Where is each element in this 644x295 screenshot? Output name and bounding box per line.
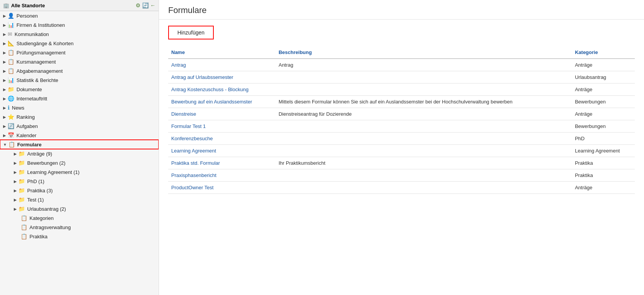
sidebar-item-internetauftritt[interactable]: ▶🌐Internetauftritt [0, 94, 159, 103]
expand-triangle[interactable]: ▶ [3, 133, 6, 138]
cell-name[interactable]: Learning Agreement [168, 145, 275, 157]
label-kategorien: Kategorien [29, 215, 54, 221]
collapse-triangle[interactable]: ▼ [3, 143, 7, 147]
expand-triangle[interactable]: ▶ [3, 41, 6, 46]
expand-triangle[interactable]: ▶ [14, 188, 17, 193]
label-test: Test (1) [27, 197, 44, 203]
cell-name[interactable]: Dienstreise [168, 108, 275, 120]
sidebar-item-studiengaenge[interactable]: ▶📐Studiengänge & Kohorten [0, 39, 159, 48]
sidebar-item-formulare[interactable]: ▼📋Formulare [0, 140, 159, 149]
expand-triangle[interactable]: ▶ [14, 152, 17, 156]
cell-kategorie: Urlaubsantrag [572, 71, 635, 84]
label-ranking: Ranking [16, 114, 35, 120]
table-row[interactable]: AntragAntragAnträge [168, 59, 635, 71]
sidebar-item-statistik[interactable]: ▶📊Statistik & Berichte [0, 75, 159, 85]
expand-triangle[interactable]: ▶ [3, 106, 6, 110]
sidebar-item-ranking[interactable]: ▶⭐Ranking [0, 112, 159, 121]
cell-beschreibung [275, 71, 572, 84]
grid-icon[interactable]: ⚙ [136, 2, 141, 8]
table-row[interactable]: Antrag Kostenzuschuss - BlockungAnträge [168, 84, 635, 96]
table-row[interactable]: Antrag auf UrlaubssemesterUrlaubsantrag [168, 71, 635, 84]
expand-triangle[interactable]: ▶ [3, 97, 6, 101]
sidebar-item-kalender[interactable]: ▶📅Kalender [0, 131, 159, 140]
expand-triangle[interactable]: ▶ [14, 170, 17, 174]
table-row[interactable]: Bewerbung auf ein AuslandssemsterMittels… [168, 96, 635, 108]
expand-triangle[interactable]: ▶ [3, 69, 6, 73]
sidebar-item-firmen[interactable]: ▶📊Firmen & Institutionen [0, 20, 159, 30]
table-row[interactable]: Learning AgreementLearning Agreement [168, 145, 635, 157]
refresh-icon[interactable]: 🔄 [142, 2, 149, 8]
sidebar-item-kommunikation[interactable]: ▶✉Kommunikation [0, 30, 159, 39]
table-row[interactable]: Formular Test 1Bewerbungen [168, 120, 635, 133]
table-row[interactable]: PraxisphasenberichtPraktika [168, 169, 635, 182]
expand-triangle[interactable]: ▶ [14, 207, 17, 211]
sidebar-item-aufgaben[interactable]: ▶🔄Aufgaben [0, 121, 159, 131]
expand-triangle[interactable]: ▶ [3, 32, 6, 36]
table-header-row: NameBeschreibungKategorie [168, 47, 635, 59]
sidebar-item-praktika[interactable]: ▶📁Praktika (3) [0, 186, 159, 195]
expand-triangle[interactable]: ▶ [3, 124, 6, 128]
sidebar-item-kategorien[interactable]: 📋Kategorien [0, 213, 159, 223]
icon-studiengaenge: 📐 [8, 40, 14, 46]
icon-ranking: ⭐ [8, 114, 14, 120]
sidebar-item-test[interactable]: ▶📁Test (1) [0, 195, 159, 204]
label-firmen: Firmen & Institutionen [16, 22, 65, 28]
label-urlaubsantrag: Urlaubsantrag (2) [27, 206, 66, 212]
icon-kategorien: 📋 [21, 215, 27, 221]
cell-name[interactable]: Antrag Kostenzuschuss - Blockung [168, 84, 275, 96]
add-button[interactable]: Hinzufügen [168, 26, 214, 39]
expand-triangle[interactable]: ▶ [3, 78, 6, 82]
cell-beschreibung [275, 145, 572, 157]
cell-name[interactable]: Praxisphasenbericht [168, 169, 275, 182]
sidebar-item-antraege[interactable]: ▶📁Anträge (9) [0, 149, 159, 158]
cell-kategorie: Bewerbungen [572, 96, 635, 108]
expand-triangle[interactable]: ▶ [14, 161, 17, 165]
cell-name[interactable]: Praktika std. Formular [168, 157, 275, 169]
expand-triangle[interactable]: ▶ [3, 14, 6, 18]
sidebar-item-dokumente[interactable]: ▶📁Dokumente [0, 85, 159, 94]
label-studiengaenge: Studiengänge & Kohorten [16, 41, 74, 46]
cell-name[interactable]: Formular Test 1 [168, 120, 275, 133]
sidebar-item-bewerbungen[interactable]: ▶📁Bewerbungen (2) [0, 158, 159, 167]
table-row[interactable]: KonferenzbesuchePhD [168, 133, 635, 145]
icon-news: ℹ [8, 105, 10, 111]
sidebar-header-actions: ⚙ 🔄 ← [136, 2, 156, 8]
sidebar-item-urlaubsantrag[interactable]: ▶📁Urlaubsantrag (2) [0, 204, 159, 213]
sidebar-item-antragsverwaltung[interactable]: 📋Antragsverwaltung [0, 223, 159, 232]
table-row[interactable]: DienstreiseDienstreiseantrag für Doziere… [168, 108, 635, 120]
icon-kommunikation: ✉ [8, 31, 12, 37]
back-icon[interactable]: ← [150, 2, 156, 8]
cell-kategorie: Learning Agreement [572, 145, 635, 157]
label-kalender: Kalender [16, 133, 36, 138]
expand-triangle[interactable]: ▶ [3, 51, 6, 55]
cell-beschreibung: Antrag [275, 59, 572, 71]
sidebar-item-phd[interactable]: ▶📁PhD (1) [0, 177, 159, 186]
expand-triangle[interactable]: ▶ [3, 87, 6, 92]
table-row[interactable]: Praktika std. FormularIhr Praktikumsberi… [168, 157, 635, 169]
cell-name[interactable]: Antrag auf Urlaubssemester [168, 71, 275, 84]
expand-triangle[interactable]: ▶ [3, 115, 6, 119]
expand-triangle[interactable]: ▶ [14, 179, 17, 184]
page-title: Formulare [159, 0, 644, 20]
sidebar-item-praktika2[interactable]: 📋Praktika [0, 232, 159, 241]
label-personen: Personen [16, 13, 38, 19]
sidebar-item-abgabemanagement[interactable]: ▶📋Abgabemanagement [0, 66, 159, 75]
table-row[interactable]: ProductOwner TestAnträge [168, 182, 635, 194]
cell-name[interactable]: Antrag [168, 59, 275, 71]
sidebar-item-news[interactable]: ▶ℹNews [0, 103, 159, 112]
icon-phd: 📁 [18, 178, 25, 184]
cell-name[interactable]: Bewerbung auf ein Auslandssemster [168, 96, 275, 108]
expand-triangle[interactable]: ▶ [3, 60, 6, 64]
sidebar-item-pruefungsmanagement[interactable]: ▶📋Prüfungsmanagement [0, 48, 159, 57]
icon-bewerbungen: 📁 [18, 160, 25, 166]
sidebar-item-kursmanagement[interactable]: ▶📋Kursmanagement [0, 57, 159, 66]
sidebar-item-personen[interactable]: ▶👤Personen [0, 11, 159, 20]
cell-name[interactable]: Konferenzbesuche [168, 133, 275, 145]
expand-triangle[interactable]: ▶ [3, 23, 6, 27]
sidebar-item-learning-agreement[interactable]: ▶📁Learning Agreement (1) [0, 167, 159, 177]
cell-kategorie: Bewerbungen [572, 120, 635, 133]
cell-name[interactable]: ProductOwner Test [168, 182, 275, 194]
table-body: AntragAntragAnträgeAntrag auf Urlaubssem… [168, 59, 635, 194]
expand-triangle[interactable]: ▶ [14, 198, 17, 202]
label-abgabemanagement: Abgabemanagement [16, 68, 63, 74]
